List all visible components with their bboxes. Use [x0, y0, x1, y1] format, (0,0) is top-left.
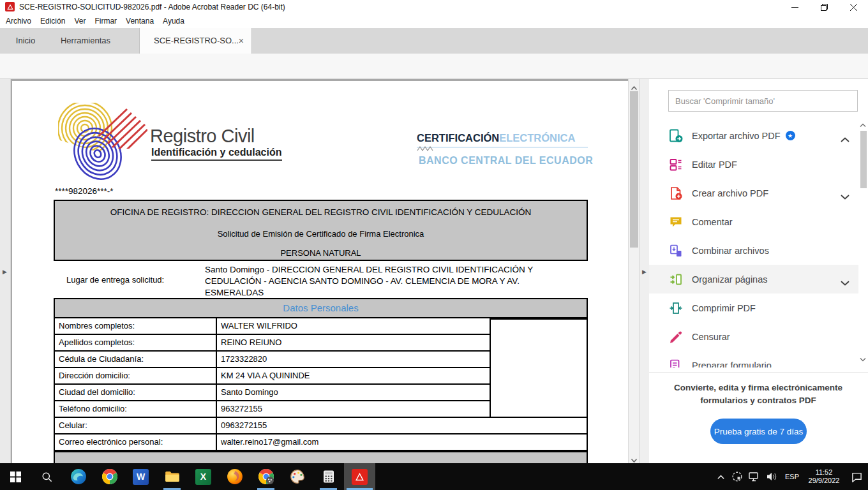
panel-scroll-down-icon[interactable]: [859, 353, 867, 365]
redact-icon: [668, 329, 684, 345]
panel-scrollbar-thumb[interactable]: [860, 131, 867, 188]
prepare-form-icon: [668, 358, 684, 368]
tab-herramientas[interactable]: Herramientas: [50, 28, 121, 54]
promo-text: Convierte, edita y firma electrónicament…: [662, 382, 854, 407]
premium-star-icon: ★: [786, 131, 795, 140]
tools-panel: Exportar archivo PDF ★ Editar PDF Crear …: [649, 79, 868, 463]
menu-ayuda[interactable]: Ayuda: [158, 14, 189, 28]
tool-label: Comentar: [692, 217, 733, 227]
tab-inicio[interactable]: Inicio: [6, 28, 45, 54]
tool-label: Comprimir PDF: [692, 303, 756, 313]
chevron-down-icon[interactable]: [841, 191, 849, 202]
expand-left-panel-icon[interactable]: ▶: [3, 269, 7, 275]
collapse-tools-panel-icon[interactable]: ▶: [642, 269, 647, 275]
tool-label: Exportar archivo PDF: [692, 131, 781, 141]
cert-logo-bank: BANCO CENTRAL DEL ECUADOR: [419, 155, 593, 167]
document-area: Registro Civil Identificación y cedulaci…: [11, 79, 628, 463]
tray-chevron-up-icon[interactable]: [712, 463, 729, 490]
logo-title: Registro Civil: [150, 126, 255, 147]
tab-document[interactable]: SCE-REGISTRO-SO... ×: [139, 28, 252, 54]
panel-scroll-up-icon[interactable]: [859, 119, 867, 130]
close-button[interactable]: [839, 0, 868, 14]
scrollbar-thumb[interactable]: [630, 91, 638, 248]
taskbar-excel-icon[interactable]: X: [188, 463, 219, 490]
photo-box: [490, 318, 588, 418]
restore-button[interactable]: [809, 0, 839, 14]
menu-ventana[interactable]: Ventana: [121, 14, 158, 28]
cert-word-dark: CERTIFICACIÓN: [417, 132, 499, 144]
tools-list: Exportar archivo PDF ★ Editar PDF Crear …: [649, 121, 858, 368]
action-center-icon[interactable]: [845, 463, 868, 490]
taskbar-word-icon[interactable]: W: [125, 463, 156, 490]
start-button[interactable]: [0, 463, 31, 490]
table-row: Teléfono domicilio: 963272155: [54, 401, 491, 418]
tool-organize-pages[interactable]: Organizar páginas: [649, 265, 858, 293]
field-label: Celular:: [55, 418, 216, 433]
tool-label: Censurar: [692, 332, 730, 342]
tool-create-pdf[interactable]: Crear archivo PDF: [649, 179, 858, 207]
taskbar-search-icon[interactable]: [31, 463, 63, 490]
delivery-value: Santo Domingo - DIRECCION GENERAL DEL RE…: [205, 264, 533, 299]
field-label: Correo electrónico personal:: [55, 434, 216, 450]
export-pdf-icon: [668, 128, 684, 144]
taskbar-chrome-icon[interactable]: [94, 463, 125, 490]
taskbar-firefox-icon[interactable]: [219, 463, 250, 490]
promo-line-2: formularios y contratos PDF: [662, 394, 854, 407]
field-label: Nombres completos:: [55, 318, 216, 334]
taskbar-calculator-icon[interactable]: [313, 463, 344, 490]
menu-ver[interactable]: Ver: [70, 14, 90, 28]
table-row: Nombres completos: WALTER WILFRIDO: [54, 318, 491, 335]
taskbar-chrome-profile-icon[interactable]: [250, 463, 281, 490]
table-row: Apellidos completos: REINO REIUNO: [54, 335, 491, 352]
tray-app-icon[interactable]: [729, 463, 745, 490]
registro-civil-fingerprint-logo: [58, 103, 149, 183]
free-trial-button[interactable]: Prueba gratis de 7 días: [710, 419, 807, 444]
taskbar-acrobat-icon[interactable]: [344, 463, 375, 490]
taskbar-edge-icon[interactable]: [63, 463, 94, 490]
chevron-up-icon[interactable]: [841, 133, 849, 145]
create-pdf-icon: [668, 186, 684, 201]
tool-compress-pdf[interactable]: Comprimir PDF: [649, 293, 858, 322]
delivery-line-1: Santo Domingo - DIRECCION GENERAL DEL RE…: [205, 264, 533, 276]
tool-label: Organizar páginas: [692, 274, 768, 285]
taskbar-file-explorer-icon[interactable]: [156, 463, 188, 490]
main-toolbar: ☆ / 1 106%: [0, 54, 868, 79]
menu-archivo[interactable]: Archivo: [1, 14, 36, 28]
tool-prepare-form[interactable]: Preparar formulario: [649, 351, 858, 368]
clock[interactable]: 11:52 29/9/2022: [803, 463, 845, 490]
acrobat-window: SCE-REGISTRO-SOLICITUD-982026.pdf - Adob…: [0, 0, 868, 490]
comment-icon: [668, 214, 684, 230]
table-row: Celular: 0963272155: [54, 418, 588, 434]
system-tray: ESP 11:52 29/9/2022: [712, 463, 868, 490]
tool-edit-pdf[interactable]: Editar PDF: [649, 150, 858, 179]
title-bar: SCE-REGISTRO-SOLICITUD-982026.pdf - Adob…: [0, 0, 868, 14]
pdf-page: Registro Civil Identificación y cedulaci…: [12, 81, 628, 463]
menu-firmar[interactable]: Firmar: [90, 14, 121, 28]
acrobat-app-icon: [5, 2, 15, 11]
tool-label: Preparar formulario: [692, 360, 772, 368]
header-line-3: PERSONA NATURAL: [55, 248, 587, 258]
tool-export-pdf[interactable]: Exportar archivo PDF ★: [649, 121, 858, 150]
tool-redact[interactable]: Censurar: [649, 322, 858, 351]
tab-close-icon[interactable]: ×: [239, 28, 244, 54]
minimize-button[interactable]: [780, 0, 809, 14]
field-value: REINO REIUNO: [216, 335, 490, 350]
organize-pages-icon: [668, 272, 684, 287]
chevron-down-icon[interactable]: [841, 277, 849, 288]
field-value: Santo Domingo: [216, 385, 490, 400]
delivery-label: Lugar de entrega solicitud:: [66, 275, 164, 285]
menu-edicion[interactable]: Edición: [36, 14, 70, 28]
cert-word-light: ELECTRÓNICA: [499, 132, 575, 144]
tool-label: Editar PDF: [692, 160, 737, 170]
panel-divider: [649, 372, 868, 373]
volume-icon[interactable]: [763, 463, 781, 490]
network-icon[interactable]: [745, 463, 763, 490]
edit-pdf-icon: [668, 157, 684, 172]
tool-combine-files[interactable]: Combinar archivos: [649, 236, 858, 265]
document-scrollbar[interactable]: [628, 79, 639, 463]
language-indicator[interactable]: ESP: [781, 463, 803, 490]
taskbar-paint-icon[interactable]: [281, 463, 313, 490]
tool-comment[interactable]: Comentar: [649, 207, 858, 236]
field-label: Teléfono domicilio:: [55, 401, 216, 417]
tools-search-input[interactable]: [668, 90, 858, 112]
